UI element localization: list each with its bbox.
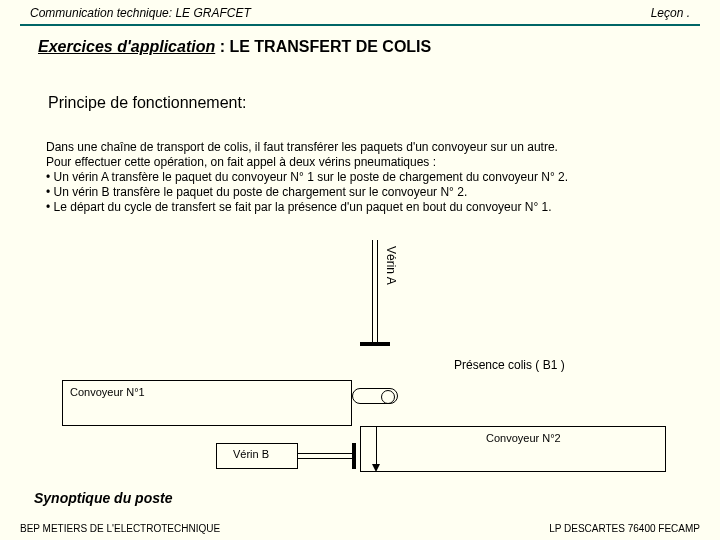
principle-heading: Principe de fonctionnement: [48,94,246,112]
conveyor-1-label: Convoyeur N°1 [70,386,145,398]
diagram: Vérin A Présence colis ( B1 ) Convoyeur … [0,230,720,490]
presence-label: Présence colis ( B1 ) [454,358,565,372]
header-right: Leçon . [651,6,690,20]
title-prefix: Exercices d'application [38,38,215,55]
title-row: Exercices d'application : LE TRANSFERT D… [38,38,431,56]
header: Communication technique: LE GRAFCET Leço… [30,6,690,20]
body-text: Dans une chaîne de transport de colis, i… [46,140,694,215]
body-l3: • Un vérin A transfère le paquet du conv… [46,170,694,185]
footer: BEP METIERS DE L'ELECTROTECHNIQUE LP DES… [20,523,700,534]
body-l2: Pour effectuer cette opération, on fait … [46,155,694,170]
verin-b-label: Vérin B [233,448,269,460]
verin-a-head [360,342,390,346]
verin-a-shaft [372,240,378,346]
verin-b-head [352,443,356,469]
synoptic-heading: Synoptique du poste [34,490,172,506]
body-l4: • Un vérin B transfère le paquet du post… [46,185,694,200]
conveyor-2-label: Convoyeur N°2 [486,432,561,444]
title-main: LE TRANSFERT DE COLIS [229,38,431,55]
title-sep: : [215,38,229,55]
header-left: Communication technique: LE GRAFCET [30,6,251,20]
parcel-icon [352,388,398,404]
body-l1: Dans une chaîne de transport de colis, i… [46,140,694,155]
verin-a-label: Vérin A [384,246,398,285]
verin-b-shaft [298,453,356,459]
footer-left: BEP METIERS DE L'ELECTROTECHNIQUE [20,523,220,534]
body-l5: • Le départ du cycle de transfert se fai… [46,200,694,215]
footer-right: LP DESCARTES 76400 FECAMP [549,523,700,534]
header-rule [20,24,700,26]
